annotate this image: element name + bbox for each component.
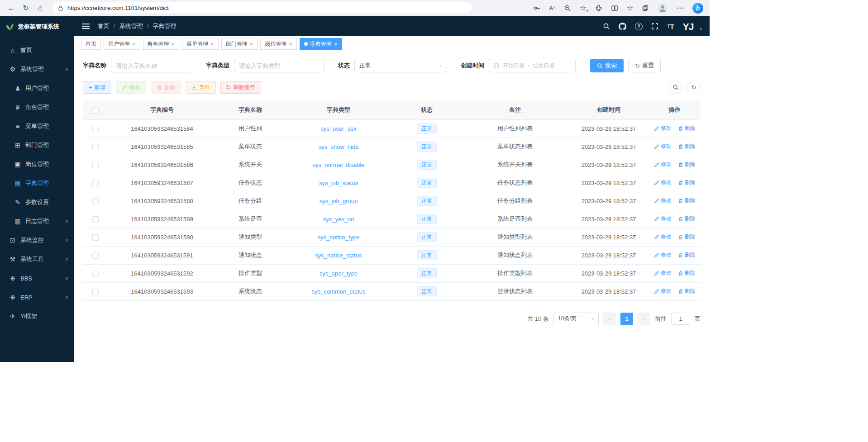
delete-link[interactable]: 删除 <box>678 143 696 150</box>
page-number-button[interactable]: 1 <box>620 313 633 325</box>
tab[interactable]: 字典管理 <box>300 38 342 50</box>
font-size-icon[interactable] <box>667 23 674 30</box>
edit-link[interactable]: 修改 <box>654 269 672 277</box>
dict-type-link[interactable]: sys_job_status <box>319 180 358 186</box>
add-favorite-icon[interactable]: + <box>580 4 586 12</box>
dict-type-link[interactable]: sys_oper_type <box>320 270 358 277</box>
refresh-table-icon[interactable]: ↻ <box>687 81 701 94</box>
github-icon[interactable] <box>619 23 626 30</box>
split-screen-icon[interactable] <box>611 5 618 12</box>
close-icon[interactable] <box>210 41 214 47</box>
edit-link[interactable]: 修改 <box>654 251 672 259</box>
goto-page-input[interactable] <box>671 313 690 325</box>
edit-link[interactable]: 修改 <box>654 233 672 241</box>
address-bar[interactable]: https://ccnetcore.com:1101/system/dict <box>52 2 472 14</box>
fullscreen-icon[interactable] <box>651 23 658 30</box>
breadcrumb-item[interactable]: 系统管理 <box>110 22 143 30</box>
sidebar-item[interactable]: ⌂ 首页 <box>0 41 74 60</box>
user-logo[interactable]: YJ <box>683 22 694 31</box>
row-checkbox[interactable] <box>92 234 99 241</box>
close-icon[interactable] <box>289 41 292 47</box>
delete-link[interactable]: 删除 <box>678 161 696 168</box>
prev-page-button[interactable]: ‹ <box>603 313 616 325</box>
delete-link[interactable]: 删除 <box>678 251 696 259</box>
row-checkbox[interactable] <box>92 162 99 168</box>
sidebar-item[interactable]: ✈ Yi框架 <box>0 307 74 326</box>
sidebar-item[interactable]: ⊕ BBS ∨ <box>0 269 74 288</box>
select-all-checkbox[interactable] <box>92 107 99 114</box>
next-page-button[interactable]: › <box>638 313 650 325</box>
add-button[interactable]: + 新增 <box>83 81 111 94</box>
dict-name-input[interactable] <box>111 59 192 72</box>
edit-button[interactable]: 修改 <box>116 81 146 94</box>
dict-type-link[interactable]: sys_notice_status <box>315 252 362 259</box>
tab[interactable]: 角色管理 <box>143 38 180 50</box>
delete-link[interactable]: 删除 <box>678 215 696 223</box>
sidebar-item[interactable]: ⊞ 部门管理 <box>0 136 74 155</box>
sidebar-item[interactable]: ⚒ 系统工具 ∨ <box>0 250 74 269</box>
sidebar-item[interactable]: ▤ 字典管理 <box>0 174 74 193</box>
profile-avatar[interactable] <box>658 3 668 13</box>
page-size-select[interactable]: 10条/页 ∨ <box>553 313 599 325</box>
delete-link[interactable]: 删除 <box>678 179 696 186</box>
help-icon[interactable]: ? <box>635 23 643 30</box>
favorites-icon[interactable] <box>627 4 633 12</box>
close-icon[interactable] <box>172 41 175 47</box>
collapse-sidebar-icon[interactable] <box>82 26 90 27</box>
search-button[interactable]: 搜索 <box>590 59 624 72</box>
sidebar-item[interactable]: ♟ 用户管理 <box>0 79 74 98</box>
tab[interactable]: 首页 <box>81 38 101 50</box>
row-checkbox[interactable] <box>92 180 99 186</box>
dict-type-link[interactable]: sys_yes_no <box>323 216 354 223</box>
delete-link[interactable]: 删除 <box>678 124 696 132</box>
refresh-cache-button[interactable]: ↻ 刷新缓存 <box>220 81 261 94</box>
breadcrumb-item[interactable]: 首页 <box>98 22 110 30</box>
dict-type-link[interactable]: sys_common_status <box>312 288 366 295</box>
close-icon[interactable] <box>250 41 253 47</box>
user-menu-caret-icon[interactable]: ∨ <box>699 27 702 31</box>
edit-link[interactable]: 修改 <box>654 215 672 223</box>
delete-link[interactable]: 删除 <box>678 197 696 204</box>
dict-type-input[interactable] <box>234 59 324 72</box>
search-icon[interactable] <box>603 23 610 30</box>
edit-link[interactable]: 修改 <box>654 143 672 150</box>
delete-button[interactable]: 删除 <box>151 81 181 94</box>
sidebar-item[interactable]: ⊕ ERP ∨ <box>0 288 74 307</box>
edit-link[interactable]: 修改 <box>654 197 672 204</box>
home-icon[interactable] <box>33 2 47 14</box>
tab[interactable]: 菜单管理 <box>182 38 219 50</box>
status-select[interactable]: 正常 ∨ <box>354 59 447 72</box>
password-key-icon[interactable] <box>533 5 540 12</box>
sidebar-item[interactable]: ▣ 岗位管理 <box>0 155 74 174</box>
dict-type-link[interactable]: sys_show_hide <box>319 143 359 150</box>
sidebar-item[interactable]: ✎ 参数设置 <box>0 193 74 212</box>
close-icon[interactable] <box>132 41 136 47</box>
sidebar-item[interactable]: ⚙ 系统管理 ∧ <box>0 60 74 79</box>
row-checkbox[interactable] <box>92 289 99 295</box>
edit-link[interactable]: 修改 <box>654 161 672 168</box>
row-checkbox[interactable] <box>92 198 99 204</box>
settings-menu-icon[interactable] <box>676 3 684 13</box>
breadcrumb-item[interactable]: 字典管理 <box>143 22 176 30</box>
row-checkbox[interactable] <box>92 252 99 259</box>
sidebar-item[interactable]: ⊡ 系统监控 ∨ <box>0 231 74 250</box>
date-range-picker[interactable]: 开始日期 - 结束日期 <box>489 59 576 72</box>
export-button[interactable]: 导出 <box>186 81 216 94</box>
reload-icon[interactable] <box>19 2 33 14</box>
delete-link[interactable]: 删除 <box>678 233 696 241</box>
close-icon[interactable] <box>334 41 338 47</box>
sidebar-item[interactable]: ≡ 菜单管理 <box>0 117 74 136</box>
collections-icon[interactable] <box>642 5 649 12</box>
delete-link[interactable]: 删除 <box>678 269 696 277</box>
dict-type-link[interactable]: sys_user_sex <box>320 125 356 132</box>
sidebar-item[interactable]: ▥ 日志管理 ∨ <box>0 212 74 231</box>
dict-type-link[interactable]: sys_notice_type <box>317 234 359 241</box>
row-checkbox[interactable] <box>92 126 99 132</box>
tab[interactable]: 用户管理 <box>104 38 140 50</box>
delete-link[interactable]: 删除 <box>678 287 696 295</box>
extensions-icon[interactable] <box>595 5 602 12</box>
row-checkbox[interactable] <box>92 144 99 150</box>
row-checkbox[interactable] <box>92 216 99 223</box>
reset-button[interactable]: ↻ 重置 <box>628 59 661 72</box>
zoom-out-icon[interactable] <box>564 5 571 12</box>
